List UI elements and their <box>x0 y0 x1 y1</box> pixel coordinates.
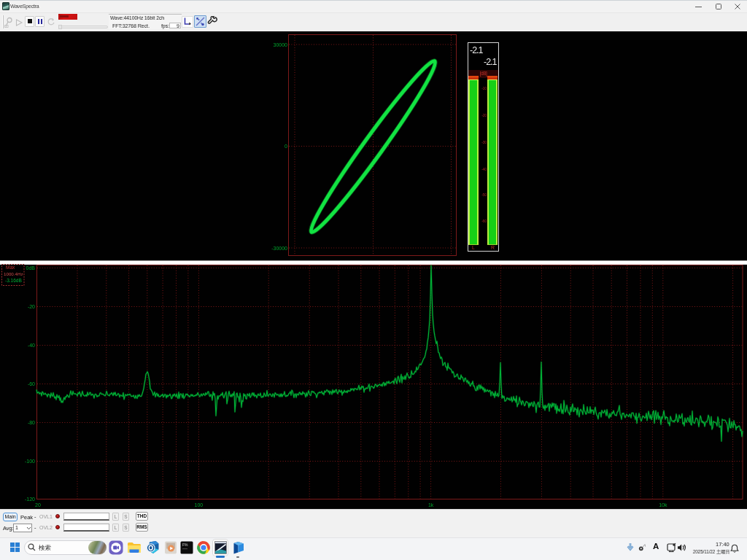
svg-text:-100: -100 <box>25 459 35 464</box>
svg-text:Max: Max <box>6 265 15 270</box>
svg-text:-80: -80 <box>28 420 35 425</box>
svg-text:-40: -40 <box>28 343 35 348</box>
svg-text:-20: -20 <box>28 304 35 309</box>
svg-text:-120: -120 <box>25 497 35 502</box>
svg-text:100: 100 <box>195 502 204 508</box>
svg-text:0dB: 0dB <box>26 265 36 271</box>
svg-text:20: 20 <box>35 502 41 508</box>
svg-text:F%: F% <box>182 542 188 547</box>
svg-text:1k: 1k <box>428 502 434 508</box>
svg-text:1000.4Hz: 1000.4Hz <box>4 271 23 276</box>
svg-text:-3.16dB: -3.16dB <box>5 278 22 283</box>
svg-text:-60: -60 <box>28 381 35 386</box>
svg-text:10k: 10k <box>659 502 667 508</box>
